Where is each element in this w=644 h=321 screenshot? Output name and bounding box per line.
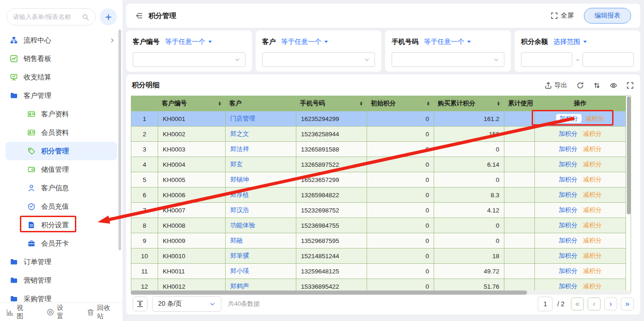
customer-name-link[interactable]: 郑锡坤 [230,176,249,183]
customer-name-link[interactable]: 门店管理 [230,115,255,122]
subtract-points-button[interactable]: 减积分 [583,191,602,198]
sidebar-item[interactable]: 积分管理 [6,142,117,160]
add-points-button[interactable]: 加积分 [559,145,578,152]
table-row[interactable]: 5KH0005郑锡坤1652365729900加积分减积分 [131,172,626,188]
sidebar-item[interactable]: 客户信息 [0,179,123,197]
sidebar-footer-item[interactable]: 视图 [6,304,29,321]
table-row[interactable]: 6KH0006郑厚植1326598482208.3加积分减积分 [131,188,626,203]
add-points-button[interactable]: 加积分 [559,191,578,198]
customer-select[interactable] [262,52,375,67]
subtract-points-button[interactable]: 减积分 [583,222,602,229]
customer-name-link[interactable]: 郑鹤声 [230,283,249,290]
customer-name-link[interactable]: 郑小瑛 [230,267,249,274]
sidebar-item[interactable]: 会员资料 [0,123,123,142]
sidebar-footer-item[interactable]: 设置 [47,304,69,321]
page-size-select[interactable]: 20 条/页 [152,296,221,312]
table-row[interactable]: 2KH0002郑之文152362589440150加积分减积分 [131,127,626,142]
table-row[interactable]: 4KH0004郑玄1326589752206.14加积分减积分 [131,157,626,172]
customer-name-link[interactable]: 功能体验 [230,222,255,229]
add-points-button[interactable]: 加积分 [559,176,578,183]
first-page-button[interactable]: « [571,297,584,310]
sidebar-item[interactable]: 会员开卡 [0,234,123,253]
customer-name-link[interactable]: 郑法祥 [230,145,249,152]
table-row[interactable]: 9KH0009郑融1352968759500加积分减积分 [131,233,626,248]
sidebar-item[interactable]: 营销管理 [0,271,123,290]
table-row[interactable]: 1KH0001门店管理162352942990161.2加积分减积分 [131,111,626,127]
sidebar-item[interactable]: 储值管理 [0,160,123,179]
sidebar-item[interactable]: 订单管理 [0,253,123,271]
customer-name-link[interactable]: 郑玄 [230,161,243,168]
points-max-input[interactable] [583,52,634,67]
edit-report-button[interactable]: 编辑报表 [584,8,631,24]
collapse-sidebar-icon[interactable] [135,12,143,19]
filter-operator-dropdown[interactable]: 选择范围 [553,37,588,46]
subtract-points-button[interactable]: 减积分 [583,237,602,244]
table-row[interactable]: 7KH0007郑汉浩1523269875204.12加积分减积分 [131,203,626,218]
sidebar-item[interactable]: 客户资料 [0,105,123,123]
add-points-button[interactable]: 加积分 [559,252,578,259]
column-header[interactable]: 初始积分▲▼ [367,96,434,111]
refresh-icon[interactable] [577,82,584,89]
sidebar-footer-item[interactable]: 回收站 [87,304,116,321]
table-fullscreen-icon[interactable] [626,82,634,89]
vertical-scrollbar-thumb[interactable] [627,97,631,214]
table-vertical-scrollbar[interactable] [626,96,631,294]
table-row[interactable]: 11KH0011郑小瑛13259648125049.72加积分减积分 [131,264,626,279]
table-row[interactable]: 10KH0010郑筆骥15214851244018加积分减积分 [131,248,626,264]
add-points-button[interactable]: 加积分 [559,206,578,213]
sidebar-scrollbar[interactable] [118,30,121,250]
subtract-points-button[interactable]: 减积分 [583,267,602,274]
prev-page-button[interactable]: ‹ [588,297,601,310]
subtract-points-button[interactable]: 减积分 [583,252,602,259]
filter-operator-dropdown[interactable]: 等于任意一个 [424,37,472,46]
add-points-button[interactable]: 加积分 [559,161,578,168]
search-input[interactable]: 请输入表单/报表名称 [6,8,96,25]
subtract-points-button[interactable]: 减积分 [583,161,602,168]
subtract-points-button[interactable]: 减积分 [583,283,602,290]
current-page-input[interactable]: 1 [538,297,552,311]
customer-name-link[interactable]: 郑筆骥 [230,252,249,259]
subtract-points-button[interactable]: 减积分 [583,176,602,183]
table-row[interactable]: 8KH0008功能体验1523698475500加积分减积分 [131,218,626,233]
customer-name-link[interactable]: 郑汉浩 [230,206,249,213]
sidebar-item[interactable]: 流程中心 [0,31,123,49]
add-points-button[interactable]: 加积分 [559,237,578,244]
points-min-input[interactable] [521,52,572,67]
table-row[interactable]: 3KH0003郑法祥1326589158800加积分减积分 [131,142,626,157]
customer-code-select[interactable] [133,52,245,67]
column-header[interactable]: 购买累计积分▲▼ [434,96,504,111]
fullscreen-button[interactable]: 全屏 [551,12,574,20]
column-header[interactable]: 客户编号▲▼ [158,96,226,111]
visibility-icon[interactable] [610,82,617,89]
add-points-button[interactable]: 加积分 [559,267,578,274]
row-height-button[interactable] [133,297,147,311]
add-points-button[interactable]: 加积分 [559,130,578,137]
subtract-points-button[interactable]: 减积分 [583,130,602,137]
sort-toggle-icon[interactable]: ▲▼ [497,101,500,106]
sidebar-item[interactable]: 收支结算 [0,68,123,86]
add-points-button[interactable]: 加积分 [559,283,578,290]
subtract-points-button[interactable]: 减积分 [583,145,602,152]
export-button[interactable]: 导出 [545,81,567,90]
sort-toggle-icon[interactable]: ▲▼ [427,101,430,106]
subtract-points-button[interactable]: 减积分 [586,115,605,122]
sidebar-item[interactable]: 销售看板 [0,49,123,68]
last-page-button[interactable]: » [621,297,634,310]
customer-name-link[interactable]: 郑厚植 [230,191,249,198]
phone-select[interactable] [392,52,504,67]
subtract-points-button[interactable]: 减积分 [583,206,602,213]
customer-name-link[interactable]: 郑之文 [230,130,249,137]
customer-name-link[interactable]: 郑融 [230,237,243,244]
sidebar-item[interactable]: 积分设置 [0,216,123,234]
sidebar-item[interactable]: 客户管理 [0,86,123,105]
filter-operator-dropdown[interactable]: 等于任意一个 [165,37,213,46]
sort-toggle-icon[interactable]: ▲▼ [218,101,221,106]
add-form-button[interactable]: + [100,8,117,25]
filter-operator-dropdown[interactable]: 等于任意一个 [281,37,329,46]
sort-columns-icon[interactable] [593,82,601,89]
column-header[interactable]: 手机号码▲▼ [296,96,367,111]
add-points-button[interactable]: 加积分 [559,222,578,229]
next-page-button[interactable]: › [604,297,617,310]
sidebar-item[interactable]: 会员充值 [0,197,123,216]
add-points-button[interactable]: 加积分 [556,114,582,123]
